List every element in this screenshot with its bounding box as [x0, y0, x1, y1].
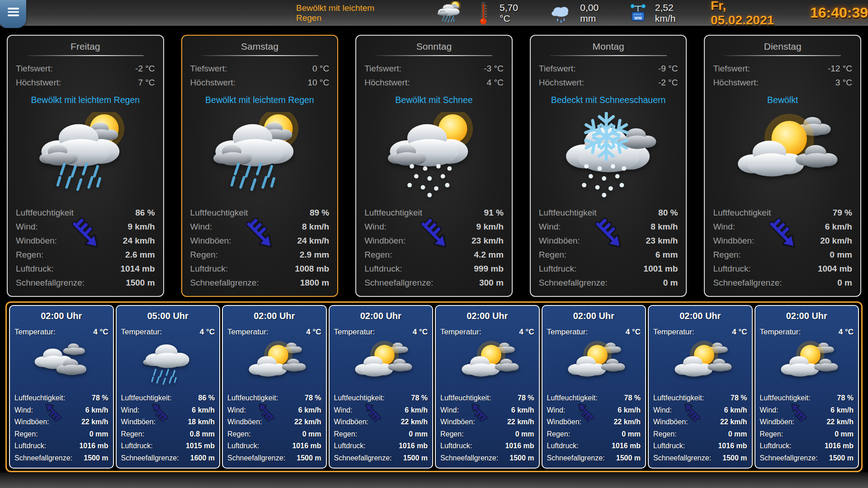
wind-value: 9 km/h	[476, 220, 504, 234]
gusts-label: Windböen:	[227, 416, 262, 428]
topbar: Bewölkt mit leichtem Regen 5,70 °C 0,00 …	[0, 0, 868, 26]
title-divider	[376, 55, 492, 56]
humidity-value: 78 %	[411, 392, 428, 404]
gusts-label: Windböen:	[760, 416, 795, 428]
condition-text: Bewölkt	[713, 95, 852, 107]
wind-label: Wind:	[16, 220, 38, 234]
humidity-value: 78 %	[518, 392, 534, 404]
weather-icon	[341, 340, 420, 390]
rain-label: Regen:	[539, 248, 566, 262]
humidity-label: Luftfeuchtigkeit	[16, 206, 74, 220]
humidity-label: Luftfeuchtigkeit:	[440, 392, 491, 404]
rain-label: Regen:	[440, 428, 464, 441]
weather-icon	[549, 112, 668, 201]
hour-time: 02:00 Uhr	[334, 311, 428, 321]
day-forecast-card[interactable]: Samstag Tiefswert:0 °C Höchstwert:10 °C …	[181, 35, 339, 297]
humidity-label: Luftfeuchtigkeit:	[547, 392, 598, 404]
pressure-value: 1008 mb	[295, 262, 329, 276]
day-forecast-card[interactable]: Sonntag Tiefswert:-3 °C Höchstwert:4 °C …	[355, 35, 513, 297]
humidity-value: 78 %	[837, 392, 854, 404]
snowline-value: 1500 m	[126, 276, 155, 290]
wind-label: Wind:	[190, 220, 212, 234]
menu-button[interactable]	[0, 0, 26, 28]
humidity-label: Luftfeuchtigkeit	[539, 206, 597, 220]
temperature-value: 4 °C	[306, 327, 321, 338]
humidity-value: 86 %	[135, 206, 155, 220]
snowline-value: 1500 m	[722, 452, 747, 465]
hour-time: 05:00 Uhr	[121, 311, 215, 321]
low-value: -9 °C	[658, 61, 678, 75]
pressure-label: Luftdruck:	[16, 262, 53, 276]
weather-icon	[200, 112, 319, 201]
clock-text: 16:40:39	[810, 5, 868, 21]
low-label: Tiefswert:	[539, 61, 576, 75]
humidity-label: Luftfeuchtigkeit:	[334, 392, 385, 404]
pressure-label: Luftdruck:	[539, 262, 576, 276]
day-forecast-card[interactable]: Freitag Tiefswert:-2 °C Höchstwert:7 °C …	[7, 35, 164, 297]
condition-text: Bewölkt mit Schnee	[364, 95, 504, 107]
temperature-value: 4 °C	[839, 327, 854, 338]
day-name: Montag	[539, 41, 678, 52]
weather-icon	[554, 340, 633, 390]
pressure-label: Luftdruck:	[334, 440, 366, 452]
snowline-value: 1500 m	[403, 452, 428, 465]
temperature-label: Temperatur:	[334, 327, 375, 338]
rain-label: Regen:	[14, 428, 38, 441]
gusts-value: 22 km/h	[613, 416, 641, 428]
high-value: 3 °C	[835, 75, 852, 89]
rain-label: Regen:	[760, 428, 783, 441]
snowline-label: Schneefallgrenze:	[16, 276, 85, 290]
snowline-label: Schneefallgrenze:	[364, 276, 433, 290]
hour-forecast-card: 02:00 Uhr Temperatur:4 °C Luftfeuchtigke…	[9, 305, 114, 469]
wind-value: 6 km/h	[724, 404, 747, 417]
thermometer-icon	[478, 1, 489, 25]
humidity-label: Luftfeuchtigkeit	[713, 206, 771, 220]
pressure-value: 1015 mb	[186, 440, 215, 452]
pressure-label: Luftdruck:	[547, 440, 579, 452]
gusts-label: Windböen:	[653, 416, 688, 428]
wind-value: 6 km/h	[192, 404, 215, 417]
humidity-value: 91 %	[484, 206, 503, 220]
rain-value: 0.8 mm	[190, 428, 215, 441]
rain-value: 0 mm	[830, 248, 852, 262]
gusts-label: Windböen:	[121, 416, 156, 428]
low-label: Tiefswert:	[16, 61, 53, 75]
pressure-label: Luftdruck:	[760, 440, 792, 452]
hour-time: 02:00 Uhr	[227, 311, 321, 321]
hourly-forecast-row: 02:00 Uhr Temperatur:4 °C Luftfeuchtigke…	[5, 301, 863, 472]
rain-value: 0 mm	[728, 428, 747, 441]
condition-text: Bedeckt mit Schneeschauern	[539, 95, 678, 107]
gusts-value: 24 km/h	[297, 234, 329, 248]
day-forecast-card[interactable]: Dienstag Tiefswert:-12 °C Höchstwert:3 °…	[704, 35, 861, 297]
weather-dashboard: Bewölkt mit leichtem Regen 5,70 °C 0,00 …	[0, 0, 868, 488]
snowline-value: 0 m	[663, 276, 678, 290]
snowline-label: Schneefallgrenze:	[14, 452, 72, 465]
pressure-label: Luftdruck:	[190, 262, 228, 276]
gusts-value: 22 km/h	[81, 416, 108, 428]
rain-label: Regen:	[364, 248, 392, 262]
temperature-value: 4 °C	[732, 327, 747, 338]
rain-value: 0 mm	[835, 428, 854, 441]
wind-label: Wind:	[713, 220, 735, 234]
rain-label: Regen:	[190, 248, 218, 262]
high-value: 10 °C	[307, 75, 329, 89]
rain-label: Regen:	[713, 248, 741, 262]
rain-value: 2.9 mm	[300, 248, 329, 262]
gusts-value: 22 km/h	[401, 416, 428, 428]
day-forecast-card[interactable]: Montag Tiefswert:-9 °C Höchstwert:-2 °C …	[530, 35, 687, 297]
temperature-value: 4 °C	[626, 327, 641, 338]
humidity-label: Luftfeuchtigkeit:	[653, 392, 704, 404]
humidity-label: Luftfeuchtigkeit:	[227, 392, 278, 404]
temperature-label: Temperatur:	[14, 327, 56, 338]
pressure-value: 1016 mb	[718, 440, 747, 452]
rain-label: Regen:	[653, 428, 677, 441]
wind-label: Wind:	[121, 404, 140, 417]
wind-label: Wind:	[364, 220, 387, 234]
snowline-label: Schneefallgrenze:	[440, 452, 498, 465]
high-label: Höchstwert:	[16, 75, 61, 89]
high-label: Höchstwert:	[713, 75, 758, 89]
snowline-value: 1500 m	[829, 452, 854, 465]
hour-forecast-card: 02:00 Uhr Temperatur:4 °C Luftfeuchtigke…	[222, 305, 327, 469]
hamburger-icon	[8, 6, 19, 18]
snowline-label: Schneefallgrenze:	[713, 276, 782, 290]
